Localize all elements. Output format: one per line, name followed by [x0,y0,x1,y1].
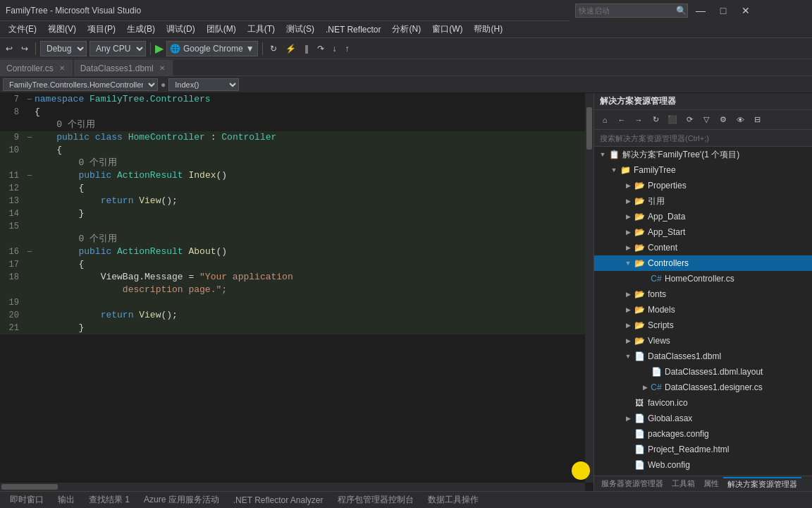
code-editor[interactable]: 7 — namespace FamilyTree.Controllers 8 {… [0,93,593,491]
redo-button[interactable]: ↪ [18,41,31,56]
find-results-tab[interactable]: 查找结果 1 [82,492,137,508]
fonts-folder[interactable]: ▶ 📂 fonts [594,286,812,302]
hscrollbar-thumb[interactable] [1,484,58,490]
menu-item-n[interactable]: 分析(N) [386,22,426,37]
reflector-tab[interactable]: .NET Reflector Analyzer [226,492,331,508]
break-all-button[interactable]: ‖ [302,41,312,56]
close-button[interactable]: ✕ [736,4,756,18]
undo-button[interactable]: ↩ [3,41,16,56]
tab-close-0[interactable]: ✕ [58,64,66,73]
properties-folder[interactable]: ▶ 📂 Properties [594,178,812,193]
toolbar: ↩ ↪ Debug Any CPU ▶ 🌐 Google Chrome ▼ ↻ … [0,38,812,59]
output-tab[interactable]: 输出 [51,492,82,508]
appstart-folder[interactable]: ▶ 📂 App_Start [594,224,812,240]
browser-icon: 🌐 [170,44,180,54]
server-explorer-tab[interactable]: 服务器资源管理器 [597,477,668,491]
scripts-folder[interactable]: ▶ 📂 Scripts [594,318,812,333]
vertical-scrollbar[interactable] [585,93,593,483]
se-stop-btn[interactable]: ⬛ [665,113,680,127]
menu-item-m[interactable]: 团队(M) [201,22,242,37]
menu-item-v[interactable]: 视图(V) [42,22,82,37]
scripts-icon: 📂 [634,320,645,331]
method-path-select[interactable]: Index() [168,78,239,91]
content-folder[interactable]: ▶ 📂 Content [594,240,812,255]
code-line-9: 9 — public class HomeController : Contro… [0,131,585,144]
run-button[interactable]: ▶ [155,41,164,56]
code-line-7: 7 — namespace FamilyTree.Controllers [0,93,585,106]
se-props-btn[interactable]: ⚙ [715,113,731,127]
references-label: 引用 [645,195,665,207]
references-folder[interactable]: ▶ 📂 引用 [594,193,812,209]
properties-tab[interactable]: 属性 [699,477,723,491]
se-forward-btn[interactable]: → [631,113,646,127]
package-manager-tab[interactable]: 程序包管理器控制台 [331,492,421,508]
dataclasses-layout[interactable]: 📄 DataClasses1.dbml.layout [594,364,812,380]
browser-label: Google Chrome [183,44,243,54]
step-in-button[interactable]: ↓ [330,41,340,56]
main-content: 7 — namespace FamilyTree.Controllers 8 {… [0,93,812,491]
step-over-button[interactable]: ↷ [314,41,327,56]
se-refresh-btn[interactable]: ↻ [648,113,663,127]
global-file[interactable]: ▶ 📄 Global.asax [594,411,812,426]
project-familytree[interactable]: ▼ 📁 FamilyTree [594,162,812,178]
tab-0[interactable]: Controller.cs✕ [0,60,73,75]
se-filter-btn[interactable]: ▽ [699,113,714,127]
menu-item-w[interactable]: 窗口(W) [426,22,468,37]
menu-item-d[interactable]: 调试(D) [161,22,201,37]
dataclasses-file[interactable]: ▼ 📄 DataClasses1.dbml [594,349,812,364]
code-line-11: 11 — public ActionResult Index() [0,169,585,182]
horizontal-scrollbar[interactable] [0,483,585,491]
se-search-bar[interactable] [594,130,812,147]
menu-item-h[interactable]: 帮助(H) [468,22,508,37]
se-collapse-btn[interactable]: ⊟ [749,113,765,127]
tab-1[interactable]: DataClasses1.dbml✕ [74,60,173,75]
se-back-btn[interactable]: ← [614,113,629,127]
se-sync-btn[interactable]: ⟳ [682,113,697,127]
se-preview-btn[interactable]: 👁 [732,113,748,127]
favicon-file[interactable]: 🖼 favicon.ico [594,395,812,411]
appdata-folder[interactable]: ▶ 📂 App_Data [594,209,812,224]
quick-launch-input[interactable] [579,6,676,15]
menu-item-p[interactable]: 项目(P) [82,22,121,37]
cpu-mode-select[interactable]: Any CPU [90,41,146,56]
azure-tab[interactable]: Azure 应用服务活动 [137,492,226,508]
quick-launch-box[interactable]: 🔍 [575,4,688,18]
models-folder[interactable]: ▶ 📂 Models [594,302,812,318]
data-tools-tab[interactable]: 数据工具操作 [421,492,486,508]
solution-root[interactable]: ▼ 📋 解决方案'FamilyTree'(1 个项目) [594,147,812,162]
class-path-select[interactable]: FamilyTree.Controllers.HomeController [3,78,158,91]
menu-item-e[interactable]: 文件(E) [3,22,42,37]
models-icon: 📂 [634,304,645,315]
minimize-button[interactable]: — [691,4,710,18]
browser-combo[interactable]: 🌐 Google Chrome ▼ [166,41,258,56]
packages-file[interactable]: 📄 packages.config [594,426,812,442]
dataclasses-designer[interactable]: ▶ C# DataClasses1.designer.cs [594,380,812,395]
tab-label-0: Controller.cs [6,64,54,73]
fonts-icon: 📂 [634,289,645,300]
menu-item-b[interactable]: 生成(B) [121,22,161,37]
se-search-input[interactable] [600,134,806,143]
immediate-tab[interactable]: 即时窗口 [3,492,51,508]
controllers-folder[interactable]: ▼ 📂 Controllers [594,255,812,271]
attach-button[interactable]: ⚡ [283,41,299,56]
code-line-14: 14 } [0,207,585,220]
menu-item-t[interactable]: 工具(T) [242,22,281,37]
code-line-19: 19 [0,296,585,309]
tab-close-1[interactable]: ✕ [158,64,166,73]
maximize-button[interactable]: □ [713,4,733,18]
menu-bar: 文件(E)视图(V)项目(P)生成(B)调试(D)团队(M)工具(T)测试(S)… [0,21,812,38]
toolbox-tab[interactable]: 工具箱 [668,477,699,491]
vscrollbar-thumb[interactable] [586,107,592,150]
refresh-button[interactable]: ↻ [267,41,280,56]
step-out-button[interactable]: ↑ [343,41,352,56]
views-folder[interactable]: ▶ 📂 Views [594,333,812,349]
menu-item-netreflector[interactable]: .NET Reflector [320,22,386,37]
cs-file-icon: C# [651,273,662,284]
menu-item-s[interactable]: 测试(S) [281,22,320,37]
homecontroller-file[interactable]: C# HomeController.cs [594,271,812,286]
se-home-btn[interactable]: ⌂ [597,113,613,127]
readme-file[interactable]: 📄 Project_Readme.html [594,442,812,457]
webconfig-file[interactable]: 📄 Web.config [594,457,812,473]
debug-mode-select[interactable]: Debug [40,41,87,56]
solution-explorer-bottom-tab[interactable]: 解决方案资源管理器 [723,477,801,491]
